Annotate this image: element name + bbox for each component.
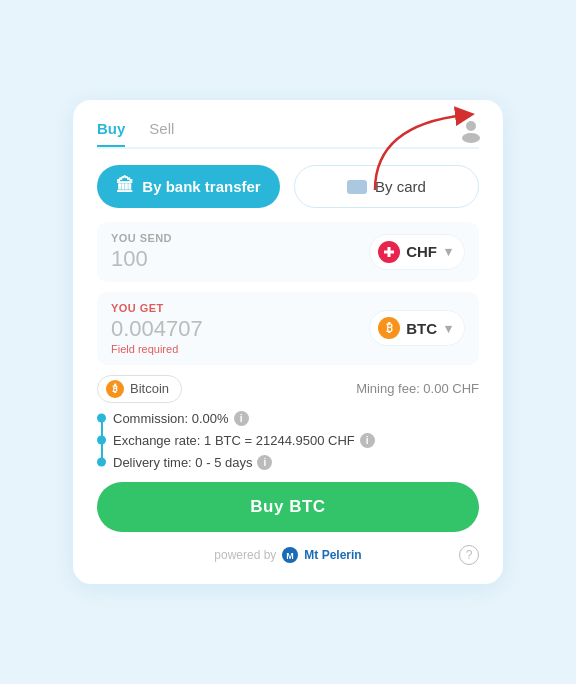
powered-by-label: powered by <box>214 548 276 562</box>
user-avatar-icon[interactable] <box>457 116 485 144</box>
coin-details-row: ₿ Bitcoin Mining fee: 0.00 CHF <box>97 375 479 403</box>
btc-badge-icon: ₿ <box>106 380 124 398</box>
buy-btc-button[interactable]: Buy BTC <box>97 482 479 532</box>
send-currency-selector[interactable]: CHF ▾ <box>369 234 465 270</box>
mt-pelerin-logo-icon: M <box>281 546 299 564</box>
exchange-dot <box>97 436 106 445</box>
send-amount[interactable]: 100 <box>111 246 172 272</box>
tab-buy[interactable]: Buy <box>97 120 125 147</box>
card-icon <box>347 180 367 194</box>
main-card: Buy Sell 🏛 By bank transfer By card YOU … <box>73 100 503 584</box>
btc-icon: ₿ <box>378 317 400 339</box>
exchange-rate-info-icon[interactable]: i <box>360 433 375 448</box>
svg-point-0 <box>466 121 476 131</box>
profile-icon[interactable] <box>457 116 485 144</box>
by-card-label: By card <box>375 178 426 195</box>
commission-dot <box>97 414 106 423</box>
by-card-button[interactable]: By card <box>294 165 479 208</box>
delivery-time-row: Delivery time: 0 - 5 days i <box>97 455 479 470</box>
commission-info-icon[interactable]: i <box>234 411 249 426</box>
commission-row: Commission: 0.00% i <box>97 411 479 426</box>
commission-text: Commission: 0.00% <box>113 411 229 426</box>
receive-currency-label: BTC <box>406 320 437 337</box>
delivery-info-icon[interactable]: i <box>257 455 272 470</box>
receive-amount[interactable]: 0.004707 <box>111 316 203 342</box>
receive-currency-selector[interactable]: ₿ BTC ▾ <box>369 310 465 346</box>
svg-text:M: M <box>287 551 295 561</box>
tab-sell[interactable]: Sell <box>149 120 174 147</box>
tab-bar: Buy Sell <box>97 120 479 147</box>
coin-badge[interactable]: ₿ Bitcoin <box>97 375 182 403</box>
payment-method-buttons: 🏛 By bank transfer By card <box>97 165 479 208</box>
tabs-underline <box>97 147 479 149</box>
receive-currency-chevron: ▾ <box>445 321 452 336</box>
receive-input-left: YOU GET 0.004707 Field required <box>111 302 203 355</box>
delivery-dot <box>97 458 106 467</box>
send-currency-label: CHF <box>406 243 437 260</box>
send-currency-chevron: ▾ <box>445 244 452 259</box>
help-icon[interactable]: ? <box>459 545 479 565</box>
brand-name: Mt Pelerin <box>304 548 361 562</box>
info-rows: Commission: 0.00% i Exchange rate: 1 BTC… <box>97 411 479 470</box>
chf-flag-icon <box>378 241 400 263</box>
receive-label: YOU GET <box>111 302 203 314</box>
bank-transfer-button[interactable]: 🏛 By bank transfer <box>97 165 280 208</box>
exchange-rate-row: Exchange rate: 1 BTC = 21244.9500 CHF i <box>97 433 479 448</box>
send-input-row: YOU SEND 100 CHF ▾ <box>97 222 479 282</box>
svg-point-1 <box>462 133 480 143</box>
swiss-cross-icon <box>384 247 394 257</box>
bank-transfer-label: By bank transfer <box>142 178 260 195</box>
exchange-rate-text: Exchange rate: 1 BTC = 21244.9500 CHF <box>113 433 355 448</box>
field-required-text: Field required <box>111 343 203 355</box>
delivery-time-text: Delivery time: 0 - 5 days <box>113 455 252 470</box>
receive-input-row: YOU GET 0.004707 Field required ₿ BTC ▾ <box>97 292 479 365</box>
mining-fee-text: Mining fee: 0.00 CHF <box>356 381 479 396</box>
send-input-left: YOU SEND 100 <box>111 232 172 272</box>
powered-by-text: powered by M Mt Pelerin <box>214 546 361 564</box>
send-label: YOU SEND <box>111 232 172 244</box>
bank-icon: 🏛 <box>116 176 134 197</box>
footer: powered by M Mt Pelerin ? <box>97 546 479 564</box>
coin-name: Bitcoin <box>130 381 169 396</box>
